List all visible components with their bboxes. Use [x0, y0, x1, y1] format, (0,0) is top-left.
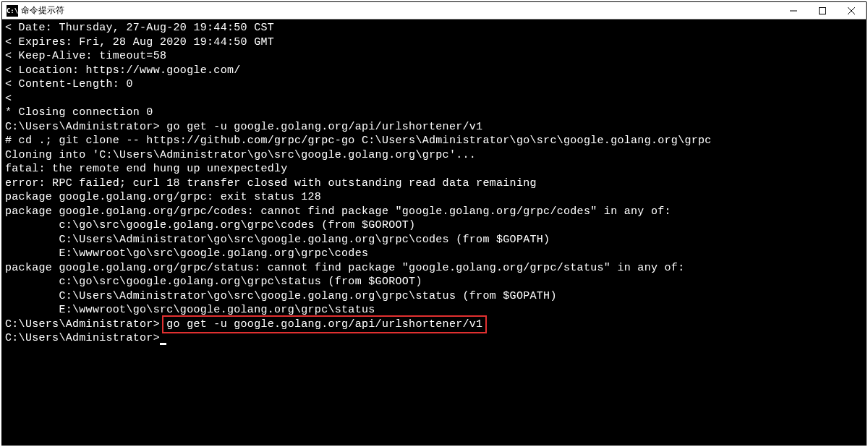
output-line: C:\Users\Administrator\go\src\google.gol…: [5, 289, 863, 304]
output-line: < Content-Length: 0: [5, 77, 863, 92]
prompt-line: C:\Users\Administrator> go get -u google…: [5, 318, 863, 332]
output-line: <: [5, 92, 863, 106]
window-controls: [779, 2, 866, 19]
output-line: error: RPC failed; curl 18 transfer clos…: [5, 176, 863, 191]
output-line: package google.golang.org/grpc: exit sta…: [5, 190, 863, 205]
window-title: 命令提示符: [21, 4, 779, 17]
prompt: C:\Users\Administrator>: [5, 332, 160, 344]
cursor: [160, 343, 166, 345]
output-line: < Date: Thursday, 27-Aug-20 19:44:50 CST: [5, 21, 863, 35]
prompt: C:\Users\Administrator>: [5, 318, 166, 331]
output-line: # cd .; git clone -- https://github.com/…: [5, 134, 863, 148]
output-line: package google.golang.org/grpc/status: c…: [5, 261, 863, 276]
svg-rect-1: [820, 7, 826, 14]
close-button[interactable]: [837, 2, 866, 19]
output-line: * Closing connection 0: [5, 106, 863, 120]
output-line: fatal: the remote end hung up unexpected…: [5, 162, 863, 176]
prompt-line: C:\Users\Administrator> go get -u google…: [5, 120, 863, 135]
minimize-button[interactable]: [779, 2, 808, 19]
output-line: E:\wwwroot\go\src\google.golang.org\grpc…: [5, 247, 863, 261]
output-line: Cloning into 'C:\Users\Administrator\go\…: [5, 148, 863, 163]
cmd-icon: C:\: [7, 5, 18, 17]
output-line: < Location: https://www.google.com/: [5, 64, 863, 78]
output-line: c:\go\src\google.golang.org\grpc\status …: [5, 275, 863, 289]
highlighted-command: go get -u google.golang.org/api/urlshort…: [162, 315, 487, 334]
command-prompt-window: C:\ 命令提示符 < Date: Thursday, 27-Aug-20 19…: [1, 1, 867, 446]
maximize-button[interactable]: [808, 2, 837, 19]
output-line: package google.golang.org/grpc/codes: ca…: [5, 205, 863, 219]
command-text: go get -u google.golang.org/api/urlshort…: [166, 121, 482, 133]
titlebar[interactable]: C:\ 命令提示符: [2, 2, 866, 20]
output-line: c:\go\src\google.golang.org\grpc\codes (…: [5, 218, 863, 233]
output-line: < Keep-Alive: timeout=58: [5, 49, 863, 64]
output-line: C:\Users\Administrator\go\src\google.gol…: [5, 233, 863, 247]
terminal-output[interactable]: < Date: Thursday, 27-Aug-20 19:44:50 CST…: [2, 20, 866, 445]
prompt: C:\Users\Administrator>: [5, 121, 166, 133]
output-line: < Expires: Fri, 28 Aug 2020 19:44:50 GMT: [5, 35, 863, 50]
